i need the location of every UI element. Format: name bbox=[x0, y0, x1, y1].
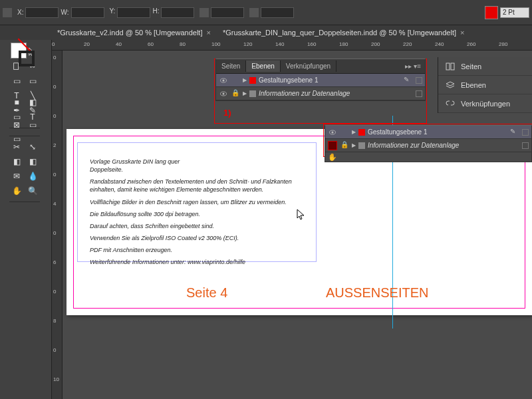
h-field[interactable] bbox=[161, 7, 194, 18]
fill-swatch[interactable] bbox=[485, 6, 498, 19]
selection-square-icon[interactable] bbox=[522, 142, 529, 149]
formatting-text-tool[interactable]: T bbox=[25, 110, 40, 124]
apply-color-tool[interactable]: ■ bbox=[9, 96, 24, 109]
tab-layers[interactable]: Ebenen bbox=[246, 61, 280, 72]
twisty-icon[interactable]: ▶ bbox=[243, 90, 247, 96]
paragraph: Weiterführende Informationen unter: www.… bbox=[90, 258, 316, 266]
ruler-tick: 2 bbox=[53, 142, 56, 148]
x-label: X: bbox=[17, 9, 23, 16]
paragraph: Vorlage Grusskarte DIN lang quer Doppels… bbox=[90, 158, 316, 174]
svg-point-4 bbox=[223, 92, 225, 94]
panel-flyout-icon[interactable]: ▸▸ ▾≡ bbox=[401, 63, 425, 70]
ruler-tick: 10 bbox=[53, 376, 59, 382]
layer-name[interactable]: Informationen zur Datenanlage bbox=[368, 142, 519, 149]
rotate-icon[interactable] bbox=[200, 8, 209, 17]
lock-toggle-icon[interactable]: 🔒 bbox=[340, 141, 349, 150]
document-tab[interactable]: *Grusskarte_v2.indd @ 50 % [Umgewandelt]… bbox=[52, 27, 216, 38]
tab-pages[interactable]: Seiten bbox=[216, 61, 246, 72]
ruler-tick: 260 bbox=[467, 41, 475, 47]
layer-name[interactable]: Gestaltungsebene 1 bbox=[368, 128, 507, 136]
target-layer-icon[interactable]: ✎ bbox=[510, 128, 519, 137]
twisty-icon[interactable]: ▶ bbox=[243, 77, 247, 83]
separator bbox=[9, 128, 40, 128]
ruler-tick: 100 bbox=[211, 41, 220, 47]
fill-stroke-control[interactable] bbox=[11, 43, 35, 66]
strip-item-links[interactable]: Verknüpfungen bbox=[438, 94, 532, 113]
shear-field[interactable] bbox=[261, 7, 294, 18]
ruler-tick: 0 bbox=[53, 289, 56, 295]
x-field[interactable] bbox=[25, 7, 59, 18]
ruler-tick: 0 bbox=[53, 347, 56, 353]
selection-square-icon[interactable] bbox=[522, 129, 529, 136]
ruler-vertical[interactable]: 00020406080100 bbox=[52, 51, 63, 399]
ruler-tick: 60 bbox=[148, 41, 154, 47]
close-icon[interactable]: × bbox=[460, 29, 464, 37]
svg-rect-8 bbox=[451, 63, 454, 70]
visibility-toggle-off-icon[interactable] bbox=[328, 141, 337, 150]
twisty-icon[interactable]: ▶ bbox=[352, 142, 356, 148]
note-tool[interactable]: ✉ bbox=[9, 170, 24, 183]
pages-icon bbox=[445, 62, 456, 71]
ruler-tick: 0 bbox=[53, 55, 56, 61]
stroke-weight-field[interactable] bbox=[500, 7, 529, 18]
selection-square-icon[interactable] bbox=[416, 90, 422, 97]
twisty-icon[interactable]: ▶ bbox=[352, 129, 356, 135]
hand-tool[interactable]: ✋ bbox=[9, 184, 24, 198]
apply-gradient-tool[interactable]: ◧ bbox=[25, 96, 40, 109]
eyedropper-tool[interactable]: 💧 bbox=[25, 170, 40, 183]
screen-mode-tool[interactable]: ▭ bbox=[9, 132, 24, 146]
w-field[interactable] bbox=[71, 7, 104, 18]
gradient-swatch-tool[interactable]: ◧ bbox=[9, 155, 24, 168]
formatting-container-tool[interactable]: ▭ bbox=[9, 110, 24, 124]
layer-name[interactable]: Informationen zur Datenanlage bbox=[259, 90, 413, 97]
ruler-tick: 6 bbox=[53, 259, 56, 265]
strip-item-label: Verknüpfungen bbox=[461, 100, 510, 108]
visibility-toggle-icon[interactable] bbox=[219, 76, 228, 85]
tab-links[interactable]: Verknüpfungen bbox=[281, 61, 336, 72]
lock-toggle-icon[interactable]: 🔒 bbox=[231, 89, 240, 98]
layers-panel[interactable]: Seiten Ebenen Verknüpfungen ▸▸ ▾≡ ▶ Gest… bbox=[215, 59, 426, 101]
layer-name[interactable]: Gestaltungsebene 1 bbox=[259, 76, 401, 84]
ruler-horizontal[interactable]: 020406080100120140160180200220240260280 bbox=[52, 40, 532, 51]
links-icon bbox=[445, 99, 456, 108]
strip-item-layers[interactable]: Ebenen bbox=[438, 76, 532, 94]
shear-icon[interactable] bbox=[249, 8, 259, 17]
page-text-content: Vorlage Grusskarte DIN lang quer Doppels… bbox=[90, 158, 316, 270]
content-collector-tool[interactable]: ▭ bbox=[9, 74, 24, 88]
ref-point-icon[interactable] bbox=[3, 8, 12, 17]
outer-pages-label: AUSSENSEITEN bbox=[326, 285, 428, 301]
layer-row[interactable]: ▶ Gestaltungsebene 1 ✎ bbox=[216, 74, 425, 87]
tools-panel: ↔ ▭ ▭ T ╲ ✒ ✎ ⊠ ▭ ✂ ⤡ ◧ ◧ ✉ 💧 ✋ 🔍 ■ ◧ ▭ … bbox=[0, 40, 52, 399]
layer-color-chip bbox=[249, 77, 256, 84]
text-frame[interactable]: Vorlage Grusskarte DIN lang quer Doppels… bbox=[77, 142, 317, 262]
paragraph: PDF mit Anschnitten erzeugen. bbox=[90, 246, 316, 254]
layer-row[interactable]: 🔒 ▶ Informationen zur Datenanlage bbox=[325, 139, 531, 152]
ruler-tick: 160 bbox=[307, 41, 316, 47]
document-tab-title: *Grusskarte_v2.indd @ 50 % [Umgewandelt] bbox=[57, 29, 202, 37]
target-layer-icon[interactable]: ✎ bbox=[404, 76, 413, 85]
lock-toggle[interactable] bbox=[340, 128, 349, 137]
ruler-tick: 80 bbox=[180, 41, 186, 47]
visibility-toggle-icon[interactable] bbox=[328, 128, 337, 137]
lock-toggle[interactable] bbox=[231, 76, 240, 85]
selection-square-icon[interactable] bbox=[416, 77, 422, 84]
stroke-swatch-icon[interactable] bbox=[19, 51, 35, 66]
ruler-tick: 0 bbox=[53, 230, 56, 236]
layers-icon bbox=[445, 80, 456, 90]
y-field[interactable] bbox=[117, 7, 150, 18]
layer-row[interactable]: 🔒 ▶ Informationen zur Datenanlage bbox=[216, 87, 425, 100]
page-number-label: Seite 4 bbox=[186, 285, 227, 301]
control-bar: X: W: Y: H: bbox=[0, 0, 532, 25]
document-tab[interactable]: *Grusskarte_DIN_lang_quer_Doppelseiten.i… bbox=[217, 27, 470, 38]
visibility-toggle-icon[interactable] bbox=[219, 89, 228, 98]
layer-row[interactable]: ▶ Gestaltungsebene 1 ✎ bbox=[325, 126, 531, 139]
close-icon[interactable]: × bbox=[206, 29, 210, 37]
zoom-tool[interactable]: 🔍 bbox=[25, 184, 40, 198]
annotation-marker-1: 1) bbox=[223, 108, 231, 118]
gradient-feather-tool[interactable]: ◧ bbox=[25, 155, 40, 168]
strip-item-pages[interactable]: Seiten bbox=[438, 57, 532, 76]
grab-cursor-icon: ✋ bbox=[328, 153, 337, 162]
layers-panel-secondary[interactable]: ▶ Gestaltungsebene 1 ✎ 🔒 ▶ Informationen… bbox=[325, 125, 532, 162]
rotate-field[interactable] bbox=[211, 7, 244, 18]
content-placer-tool[interactable]: ▭ bbox=[25, 74, 40, 88]
